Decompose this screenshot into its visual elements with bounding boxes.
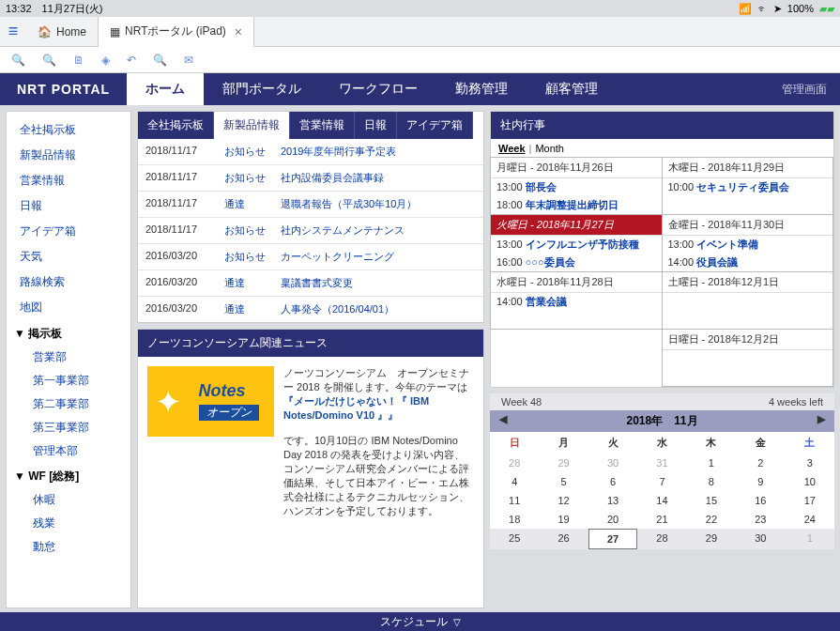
board-row[interactable]: 2016/03/20お知らせカーペットクリーニング — [138, 244, 483, 270]
cal-day[interactable]: 26 — [539, 529, 588, 549]
sidebar-bbs-2[interactable]: 第二事業部 — [7, 392, 130, 416]
cal-day[interactable]: 2 — [736, 454, 785, 472]
admin-link[interactable]: 管理画面 — [782, 82, 827, 98]
cal-day[interactable]: 28 — [490, 454, 539, 472]
view-month[interactable]: Month — [535, 143, 564, 154]
cal-day[interactable]: 24 — [786, 510, 834, 529]
cal-day[interactable]: 9 — [736, 472, 785, 491]
nav-item-1[interactable]: 部門ポータル — [204, 73, 320, 105]
nav-item-2[interactable]: ワークフロー — [320, 73, 436, 105]
cal-prev-icon[interactable]: ◀ — [499, 413, 507, 425]
sidebar-section-wf-label: WF [総務] — [28, 469, 79, 483]
sidebar-section-wf[interactable]: ▼ WF [総務] — [7, 463, 130, 488]
cal-day[interactable]: 25 — [490, 529, 539, 549]
tool-mail-icon[interactable]: ✉ — [184, 54, 193, 67]
cal-day[interactable]: 20 — [588, 510, 637, 529]
sidebar-bbs-3[interactable]: 第三事業部 — [7, 416, 130, 439]
tool-doc-icon[interactable]: 🗎 — [73, 54, 84, 67]
event-item[interactable]: 13:00 イベント準備 — [663, 236, 833, 254]
sidebar-item-3[interactable]: 日報 — [7, 193, 130, 219]
sidebar-bbs-0[interactable]: 営業部 — [7, 346, 130, 369]
cal-day[interactable]: 10 — [786, 472, 834, 491]
sidebar-item-2[interactable]: 営業情報 — [7, 168, 130, 193]
event-item[interactable]: 18:00 年末調整提出締切日 — [491, 196, 662, 214]
sidebar-item-6[interactable]: 路線検索 — [7, 269, 130, 295]
cal-day[interactable]: 1 — [786, 529, 834, 549]
cal-day[interactable]: 11 — [490, 491, 539, 510]
board-row[interactable]: 2018/11/17お知らせ2019年度年間行事予定表 — [138, 139, 483, 165]
cal-day[interactable]: 21 — [637, 510, 686, 529]
footer-bar[interactable]: スケジュール▽ — [0, 612, 840, 631]
sidebar-item-0[interactable]: 全社掲示板 — [7, 117, 130, 143]
tool-zoom-out-icon[interactable]: 🔍 — [42, 54, 56, 67]
event-item[interactable]: 16:00 ○○○委員会 — [491, 254, 662, 271]
cal-day[interactable]: 3 — [786, 454, 834, 472]
event-item[interactable]: 13:00 部長会 — [491, 178, 662, 196]
cal-next-icon[interactable]: ▶ — [817, 413, 825, 425]
board-row[interactable]: 2018/11/17お知らせ社内設備委員会議事録 — [138, 165, 483, 192]
sidebar-item-4[interactable]: アイデア箱 — [7, 219, 130, 244]
cal-day[interactable]: 27 — [588, 529, 637, 549]
sidebar-section-bbs[interactable]: ▼ 掲示板 — [7, 320, 130, 346]
cal-day[interactable]: 18 — [490, 510, 539, 529]
news-link[interactable]: 『メールだけじゃない！『 IBM Notes/Domino V10 』』 — [283, 394, 474, 423]
board-row[interactable]: 2016/03/20通達稟議書書式変更 — [138, 270, 483, 297]
cal-day[interactable]: 29 — [539, 454, 588, 472]
cal-day[interactable]: 22 — [687, 510, 736, 529]
cal-day[interactable]: 15 — [687, 491, 736, 510]
event-item[interactable]: 10:00 セキュリティ委員会 — [663, 178, 833, 196]
view-week[interactable]: Week — [498, 143, 526, 154]
cal-day[interactable]: 7 — [637, 472, 686, 491]
browser-tab-1[interactable]: ▦NRTポータル (iPad)× — [99, 17, 254, 47]
cal-day[interactable]: 8 — [687, 472, 736, 491]
sidebar-bbs-1[interactable]: 第一事業部 — [7, 369, 130, 392]
event-item[interactable]: 13:00 インフルエンザ予防接種 — [491, 236, 662, 254]
nav-item-4[interactable]: 顧客管理 — [527, 73, 617, 105]
cal-day[interactable]: 29 — [687, 529, 736, 549]
sidebar-bbs-4[interactable]: 管理本部 — [7, 439, 130, 463]
event-item[interactable]: 14:00 役員会議 — [663, 254, 833, 271]
cal-day[interactable]: 1 — [687, 454, 736, 472]
tool-find-icon[interactable]: 🔍 — [153, 54, 167, 67]
sidebar-wf-1[interactable]: 残業 — [7, 512, 130, 535]
sidebar-item-5[interactable]: 天気 — [7, 244, 130, 269]
cal-day[interactable]: 30 — [736, 529, 785, 549]
cal-day[interactable]: 30 — [588, 454, 637, 472]
board-row[interactable]: 2016/03/20通達人事発令（2016/04/01） — [138, 297, 483, 322]
news-logo-line2: オープン — [199, 405, 259, 421]
sidebar-item-7[interactable]: 地図 — [7, 295, 130, 320]
cal-day[interactable]: 4 — [490, 472, 539, 491]
nav-item-0[interactable]: ホーム — [127, 73, 204, 105]
cal-day[interactable]: 17 — [786, 491, 834, 510]
board-row[interactable]: 2018/11/17お知らせ社内システムメンテナンス — [138, 218, 483, 244]
tool-zoom-in-icon[interactable]: 🔍 — [11, 54, 25, 67]
close-icon[interactable]: × — [235, 24, 242, 39]
board-tab-4[interactable]: アイデア箱 — [397, 112, 473, 139]
cal-day[interactable]: 12 — [539, 491, 588, 510]
cal-day[interactable]: 14 — [637, 491, 686, 510]
board-tab-1[interactable]: 新製品情報 — [214, 112, 290, 139]
cal-day[interactable]: 5 — [539, 472, 588, 491]
nav-item-3[interactable]: 勤務管理 — [436, 73, 527, 105]
cal-day[interactable]: 16 — [736, 491, 785, 510]
cal-day[interactable]: 28 — [637, 529, 686, 549]
sidebar-item-1[interactable]: 新製品情報 — [7, 143, 130, 168]
board-tab-3[interactable]: 日報 — [355, 112, 397, 139]
tool-undo-icon[interactable]: ↶ — [127, 54, 136, 67]
cal-day[interactable]: 6 — [588, 472, 637, 491]
board-tab-2[interactable]: 営業情報 — [290, 112, 355, 139]
menu-icon[interactable]: ≡ — [0, 22, 26, 41]
signal-icon: 📶 — [739, 3, 752, 15]
sidebar-wf-0[interactable]: 休暇 — [7, 488, 130, 512]
cal-day[interactable]: 31 — [637, 454, 686, 472]
board-tab-0[interactable]: 全社掲示板 — [138, 112, 214, 139]
cal-day[interactable]: 23 — [736, 510, 785, 529]
sidebar-wf-2[interactable]: 動怠 — [7, 535, 130, 559]
event-item[interactable]: 14:00 営業会議 — [491, 293, 662, 311]
cal-day[interactable]: 13 — [588, 491, 637, 510]
cal-day[interactable]: 19 — [539, 510, 588, 529]
tool-tag-icon[interactable]: ◈ — [101, 54, 110, 67]
board-row[interactable]: 2018/11/17通達退職者報告（平成30年10月） — [138, 192, 483, 218]
board-title: 2019年度年間行事予定表 — [281, 145, 476, 159]
browser-tab-0[interactable]: 🏠Home — [26, 17, 99, 47]
